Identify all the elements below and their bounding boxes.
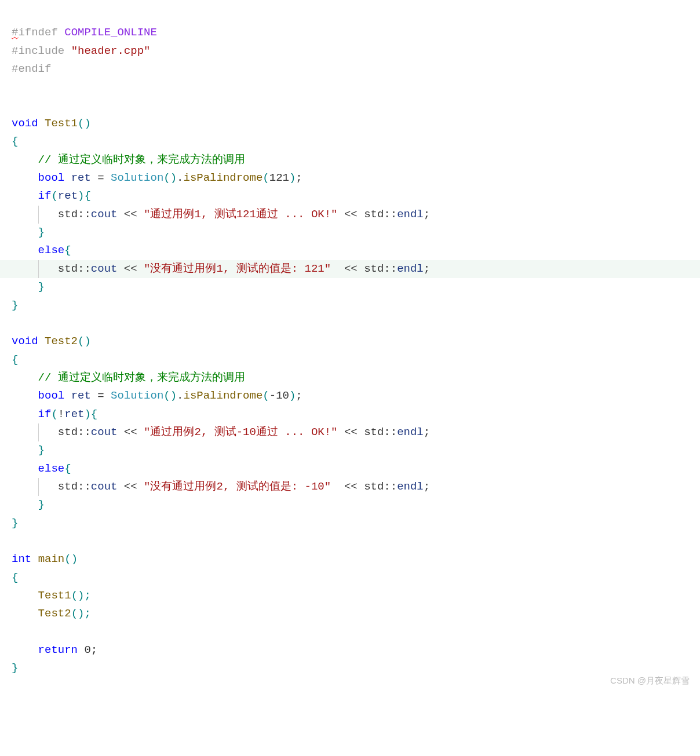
op-stream: << [338, 208, 364, 221]
op-dot: . [177, 171, 183, 184]
cout: cout [91, 262, 118, 275]
num-zero: 0 [84, 644, 90, 656]
preproc-kw: include [18, 45, 64, 57]
endl: endl [397, 426, 424, 439]
var-ret: ret [64, 408, 84, 421]
kw-void: void [12, 335, 38, 348]
preproc-kw: endif [18, 63, 51, 75]
ns-std: std [364, 426, 384, 439]
ns-std: std [364, 480, 384, 493]
highlighted-line: std::cout << "没有通过用例1, 测试的值是: 121" << st… [0, 260, 700, 278]
func-name: Test1 [45, 117, 78, 130]
line: #ifndef COMPILE_ONLINE [12, 26, 157, 39]
method-name: isPalindrome [184, 389, 263, 402]
brace-open: { [12, 135, 18, 148]
ns-std: std [58, 208, 78, 221]
kw-return: return [38, 644, 78, 656]
kw-else: else [38, 244, 65, 257]
op-stream: << [117, 480, 144, 493]
brace-open: { [12, 353, 18, 366]
watermark: CSDN @月夜星辉雪 [610, 674, 690, 688]
endl: endl [397, 262, 424, 275]
brace-close: } [12, 299, 18, 312]
ns-std: std [58, 480, 78, 493]
preproc-hash: # [12, 45, 18, 57]
preproc-hash: # [12, 63, 18, 75]
line: void Test2() [12, 335, 91, 348]
parens: () [78, 335, 91, 348]
op-stream: << [117, 262, 144, 275]
op-dot: . [177, 389, 183, 402]
code-block: #ifndef COMPILE_ONLINE #include "header.… [0, 0, 700, 695]
line: #include "header.cpp" [12, 45, 150, 57]
line: void Test1() [12, 117, 91, 130]
ns-std: std [58, 426, 78, 439]
ns-std: std [364, 208, 384, 221]
kw-int: int [12, 553, 31, 565]
class-solution: Solution [111, 171, 163, 184]
string-literal: "没有通过用例1, 测试的值是: 121" [144, 262, 331, 275]
op-stream: << [117, 426, 144, 439]
class-solution: Solution [111, 389, 163, 402]
preproc-hash: # [12, 26, 18, 39]
brace-close: } [38, 498, 45, 511]
kw-if: if [38, 408, 52, 421]
macro-name: COMPILE_ONLINE [64, 26, 157, 39]
ns-std: std [364, 262, 384, 275]
brace-close: } [38, 280, 45, 293]
brace-close: } [12, 517, 18, 529]
op-eq: = [91, 389, 111, 402]
string-literal: "没有通过用例2, 测试的值是: -10" [144, 480, 331, 493]
parens-semi: (); [71, 607, 91, 620]
kw-else: else [38, 462, 65, 475]
brace-open: { [12, 571, 18, 584]
ns-std: std [58, 262, 78, 275]
parens: () [163, 171, 177, 184]
string-literal: "通过用例2, 测试-10通过 ... OK!" [144, 426, 337, 439]
op-stream: << [117, 208, 144, 221]
var-ret: ret [71, 171, 91, 184]
kw-bool: bool [38, 171, 65, 184]
include-path: "header.cpp" [71, 45, 151, 57]
kw-bool: bool [38, 389, 65, 402]
call-test2: Test2 [38, 607, 71, 620]
comment: // 通过定义临时对象，来完成方法的调用 [38, 371, 245, 384]
brace-close: } [38, 226, 45, 239]
line: int main() [12, 553, 78, 565]
endl: endl [397, 480, 424, 493]
brace-close: } [12, 662, 18, 674]
func-name: Test2 [45, 335, 78, 348]
func-main: main [38, 553, 65, 565]
op-not: ! [58, 408, 64, 421]
method-name: isPalindrome [184, 171, 263, 184]
op-stream: << [338, 426, 364, 439]
op-eq: = [91, 171, 111, 184]
parens: () [163, 389, 177, 402]
var-ret: ret [71, 389, 91, 402]
cout: cout [91, 426, 118, 439]
endl: endl [397, 208, 424, 221]
op-stream: << [331, 480, 364, 493]
line: #endif [12, 63, 51, 75]
parens: () [78, 117, 91, 130]
preproc-kw: ifndef [18, 26, 57, 39]
comment: // 通过定义临时对象，来完成方法的调用 [38, 154, 245, 166]
arg-num: 121 [269, 171, 289, 184]
kw-if: if [38, 189, 52, 202]
arg-num: -10 [269, 389, 289, 402]
cout: cout [91, 208, 118, 221]
op-stream: << [331, 262, 364, 275]
kw-void: void [12, 117, 38, 130]
parens: () [64, 553, 78, 565]
var-ret: ret [58, 189, 78, 202]
parens-semi: (); [71, 589, 91, 602]
cout: cout [91, 480, 118, 493]
call-test1: Test1 [38, 589, 71, 602]
string-literal: "通过用例1, 测试121通过 ... OK!" [144, 208, 337, 221]
brace-close: } [38, 444, 45, 456]
